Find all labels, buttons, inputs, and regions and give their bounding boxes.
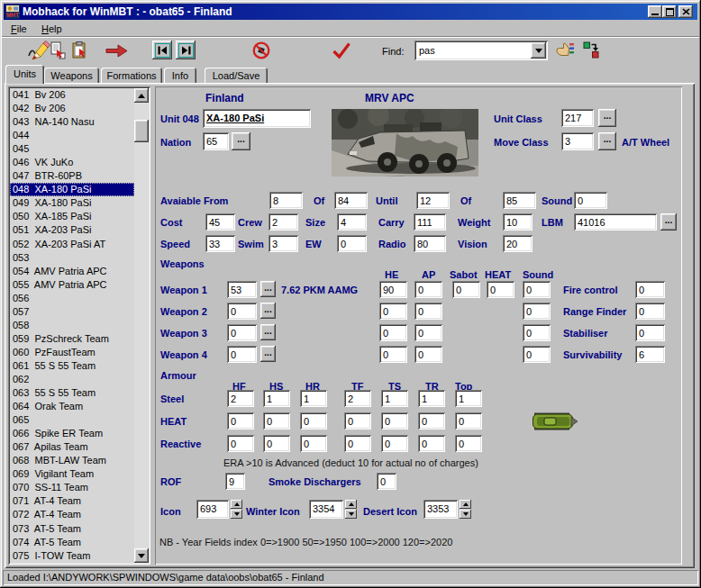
- weight-input[interactable]: 10: [503, 213, 533, 231]
- list-item[interactable]: 074 AT-5 Team: [10, 536, 134, 549]
- icon-spinner[interactable]: [231, 500, 242, 519]
- list-item[interactable]: 069 Vigilant Team: [10, 467, 134, 481]
- reactive-top-input[interactable]: 0: [455, 435, 482, 452]
- lbm-picker-button[interactable]: ...: [660, 213, 677, 231]
- tab-weapons[interactable]: Weapons: [44, 68, 99, 84]
- ew-input[interactable]: 0: [337, 235, 367, 252]
- move-class-picker-button[interactable]: ...: [598, 132, 616, 150]
- goto-hand-icon[interactable]: [555, 41, 575, 63]
- crew-input[interactable]: 2: [269, 213, 298, 231]
- sort-swap-icon[interactable]: [583, 41, 599, 62]
- weapon1-sound-input[interactable]: 0: [523, 281, 551, 298]
- heat-ts-input[interactable]: 0: [381, 412, 408, 430]
- range-finder-input[interactable]: 0: [635, 303, 665, 320]
- list-item[interactable]: 045: [10, 142, 134, 156]
- list-item[interactable]: 064 Orak Team: [10, 400, 134, 413]
- list-item[interactable]: 067 Apilas Team: [10, 440, 134, 454]
- steel-top-input[interactable]: 1: [455, 390, 482, 407]
- winter-icon-input[interactable]: 3354: [309, 500, 343, 519]
- weapon4-he-input[interactable]: 0: [379, 346, 407, 363]
- weapon3-picker-button[interactable]: ...: [260, 324, 276, 340]
- scroll-up-button[interactable]: [134, 88, 149, 103]
- find-input[interactable]: pas: [414, 41, 548, 60]
- list-item[interactable]: 065: [10, 413, 134, 427]
- weapon3-sound-input[interactable]: 0: [523, 324, 551, 341]
- heat-tf-input[interactable]: 0: [344, 412, 371, 430]
- list-item[interactable]: 046 VK JuKo: [10, 156, 134, 169]
- forward-arrow-icon[interactable]: [105, 44, 129, 61]
- spin-up-icon[interactable]: [460, 500, 471, 509]
- speed-input[interactable]: 33: [205, 235, 235, 252]
- icon-input[interactable]: 693: [196, 500, 229, 519]
- weapon2-he-input[interactable]: 0: [379, 303, 407, 320]
- list-item[interactable]: 059 PzSchreck Team: [10, 332, 134, 346]
- copy-icon[interactable]: [50, 41, 68, 63]
- heat-top-input[interactable]: 0: [455, 412, 482, 430]
- steel-hs-input[interactable]: 1: [263, 390, 290, 407]
- heat-hr-input[interactable]: 0: [300, 412, 327, 430]
- unit-class-input[interactable]: 217: [561, 109, 594, 127]
- available-from-input[interactable]: 8: [269, 192, 303, 209]
- find-dropdown-button[interactable]: [531, 42, 546, 59]
- list-item[interactable]: 066 Spike ER Team: [10, 427, 134, 440]
- paste-icon[interactable]: [71, 41, 89, 63]
- until-input[interactable]: 12: [416, 192, 450, 209]
- of-year1-input[interactable]: 84: [334, 192, 368, 209]
- unit-class-picker-button[interactable]: ...: [598, 109, 616, 127]
- tab-loadsave[interactable]: Load/Save: [205, 68, 268, 84]
- steel-hr-input[interactable]: 1: [300, 390, 327, 407]
- weapon2-ap-input[interactable]: 0: [414, 303, 442, 320]
- reactive-tr-input[interactable]: 0: [418, 435, 445, 452]
- list-item[interactable]: 055 AMV Patria APC: [10, 278, 134, 292]
- reactive-ts-input[interactable]: 0: [381, 435, 408, 452]
- weapon3-id-input[interactable]: 0: [227, 324, 257, 341]
- reactive-hf-input[interactable]: 0: [227, 435, 254, 452]
- unit-name-input[interactable]: XA-180 PaSi: [203, 109, 311, 128]
- scrollbar-track[interactable]: [134, 103, 149, 548]
- list-item[interactable]: 068 MBT-LAW Team: [10, 454, 134, 467]
- smoke-dischargers-input[interactable]: 0: [377, 473, 396, 490]
- stabiliser-input[interactable]: 0: [635, 324, 665, 341]
- spin-up-icon[interactable]: [231, 500, 242, 509]
- list-item[interactable]: 061 55 S 55 Team: [10, 359, 134, 373]
- spin-up-icon[interactable]: [345, 500, 357, 509]
- list-item[interactable]: 060 PzFaustTeam: [10, 346, 134, 359]
- spin-down-icon[interactable]: [345, 510, 357, 519]
- list-item[interactable]: 070 SS-11 Team: [10, 481, 134, 494]
- nation-input[interactable]: 65: [203, 132, 229, 150]
- list-item[interactable]: 052 XA-203 PaSi AT: [10, 238, 134, 251]
- apply-check-icon[interactable]: [332, 41, 351, 63]
- move-class-input[interactable]: 3: [561, 132, 594, 150]
- reactive-hs-input[interactable]: 0: [263, 435, 290, 452]
- nation-picker-button[interactable]: ...: [232, 132, 250, 150]
- weapon1-ap-input[interactable]: 0: [414, 281, 442, 298]
- of-year2-input[interactable]: 85: [503, 192, 536, 209]
- close-button[interactable]: [678, 5, 693, 18]
- weapon2-picker-button[interactable]: ...: [260, 303, 276, 319]
- spin-down-icon[interactable]: [460, 510, 471, 519]
- steel-tf-input[interactable]: 2: [344, 390, 371, 407]
- list-item[interactable]: 071 AT-4 Team: [10, 494, 134, 508]
- weapon1-he-input[interactable]: 90: [379, 281, 407, 298]
- weapon2-id-input[interactable]: 0: [227, 303, 257, 320]
- next-unit-button[interactable]: [176, 41, 196, 59]
- reactive-hr-input[interactable]: 0: [300, 435, 327, 452]
- tab-formations[interactable]: Formations: [101, 68, 162, 84]
- sound-input[interactable]: 0: [574, 192, 607, 209]
- list-item[interactable]: 073 AT-5 Team: [10, 522, 134, 536]
- cancel-icon[interactable]: [251, 41, 271, 64]
- list-item[interactable]: 043 NA-140 Nasu: [10, 115, 134, 129]
- steel-tr-input[interactable]: 1: [418, 390, 445, 407]
- survivability-input[interactable]: 6: [635, 346, 665, 363]
- minimize-button[interactable]: [648, 5, 662, 18]
- weapon1-id-input[interactable]: 53: [227, 281, 257, 298]
- heat-hs-input[interactable]: 0: [263, 412, 290, 430]
- weapon3-he-input[interactable]: 0: [379, 324, 407, 341]
- desert-icon-spinner[interactable]: [460, 500, 471, 519]
- list-item[interactable]: 075 I-TOW Team: [10, 549, 134, 563]
- weapon4-ap-input[interactable]: 0: [414, 346, 442, 363]
- list-item[interactable]: 057: [10, 305, 134, 319]
- tab-units[interactable]: Units: [5, 65, 44, 84]
- weapon4-sound-input[interactable]: 0: [523, 346, 551, 363]
- list-item[interactable]: 049 XA-180 PaSi: [10, 196, 134, 210]
